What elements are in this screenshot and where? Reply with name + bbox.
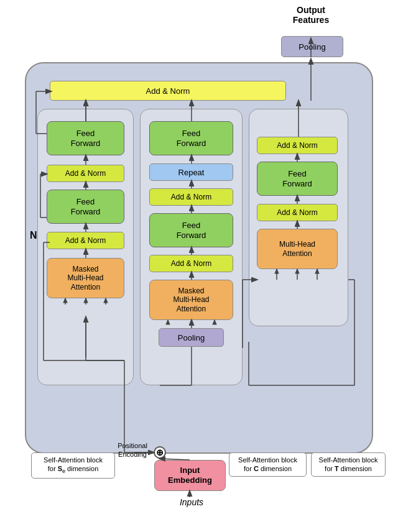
col1-feed-forward-top: Feed Forward xyxy=(47,121,124,155)
col1-masked-attention: Masked Multi-Head Attention xyxy=(47,258,124,298)
pooling-top-block: Pooling xyxy=(281,36,343,57)
label-c: Self-Attention blockfor C dimension xyxy=(229,452,307,477)
col2-masked-attention: Masked Multi-Head Attention xyxy=(149,280,233,320)
col3-feed-forward: Feed Forward xyxy=(257,162,338,196)
output-features-label: Output Features xyxy=(280,5,342,25)
diagram-container: Output Features Pooling Add & Norm N× Fe… xyxy=(0,0,398,532)
col1-add-norm-bot: Add & Norm xyxy=(47,232,124,249)
col2-add-norm-bot: Add & Norm xyxy=(149,255,233,272)
plus-circle: ⊕ xyxy=(154,446,166,459)
add-norm-wide-bar: Add & Norm xyxy=(50,81,286,101)
col3-add-norm-top: Add & Norm xyxy=(257,137,338,154)
col1-feed-forward-bot: Feed Forward xyxy=(47,190,124,224)
col2-pooling: Pooling xyxy=(159,328,224,347)
inputs-label: Inputs xyxy=(173,497,210,507)
col2-feed-forward-top: Feed Forward xyxy=(149,121,233,155)
col3-add-norm-bot: Add & Norm xyxy=(257,204,338,221)
col2-add-norm-mid: Add & Norm xyxy=(149,188,233,206)
label-se: Self-Attention blockfor Se dimension xyxy=(31,452,115,479)
label-t: Self-Attention blockfor T dimension xyxy=(311,452,386,477)
col2-feed-forward-mid: Feed Forward xyxy=(149,213,233,247)
positional-encoding-label: Positional Encoding xyxy=(111,441,154,459)
col1-add-norm-mid: Add & Norm xyxy=(47,165,124,182)
input-embedding: Input Embedding xyxy=(154,460,226,491)
col2-repeat: Repeat xyxy=(149,163,233,181)
col3-multi-head-attention: Multi-Head Attention xyxy=(257,229,338,269)
